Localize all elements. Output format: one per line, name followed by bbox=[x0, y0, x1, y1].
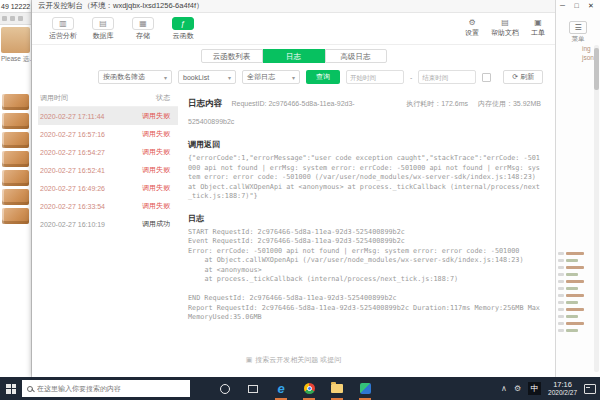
duration-value: 执行耗时：172.6ms bbox=[406, 100, 468, 107]
book-list bbox=[0, 94, 31, 224]
book-thumbnail[interactable] bbox=[2, 189, 29, 205]
help-docs-button[interactable]: ▤ 帮助文档 bbox=[491, 19, 519, 38]
ticket-icon: ▣ bbox=[531, 19, 545, 27]
tab-advanced-logs[interactable]: 高级日志 bbox=[325, 49, 387, 63]
function-filter-dropdown[interactable]: 按函数名筛选 ▾ bbox=[98, 70, 172, 84]
log-content-area: 调用时间 状态 2020-02-27 17:11:44 调用失败 2020-02… bbox=[32, 88, 555, 342]
settings-button[interactable]: ⚙ 设置 bbox=[465, 19, 479, 38]
toolbar-dot-icon bbox=[2, 16, 7, 21]
nav-analytics-button[interactable]: ▥ 运营分析 bbox=[46, 17, 80, 41]
memory-value: 内存使用：35.92MB bbox=[478, 100, 541, 107]
log-row[interactable]: 2020-02-27 16:49:26 调用失败 bbox=[38, 179, 178, 197]
simulator-window: 49 12222 - 日 Please 选… bbox=[0, 0, 32, 377]
book-thumbnail[interactable] bbox=[2, 94, 29, 110]
status-badge: 调用失败 bbox=[142, 183, 170, 193]
code-line bbox=[558, 278, 594, 285]
status-badge: 调用失败 bbox=[142, 201, 170, 211]
database-icon: ▤ bbox=[92, 17, 114, 30]
community-icon: ▣ bbox=[246, 356, 253, 364]
log-row[interactable]: 2020-02-27 16:10:19 调用成功 bbox=[38, 215, 178, 233]
code-line bbox=[558, 299, 594, 306]
book-thumbnail[interactable] bbox=[2, 132, 29, 148]
nav-storage-button[interactable]: ▦ 存储 bbox=[126, 17, 160, 41]
code-editor-lines bbox=[558, 250, 594, 334]
log-row[interactable]: 2020-02-27 16:54:27 调用失败 bbox=[38, 143, 178, 161]
taskbar-clock[interactable]: 17:16 2020/2/27 bbox=[548, 381, 577, 397]
scrollbar-thumb[interactable] bbox=[594, 48, 599, 90]
query-button[interactable]: 查询 bbox=[306, 70, 340, 84]
simulator-title: 49 12222 - 日 bbox=[0, 0, 31, 12]
log-type-dropdown[interactable]: 全部日志 ▾ bbox=[242, 70, 300, 84]
ime-indicator[interactable]: 中 bbox=[528, 382, 541, 395]
file-explorer-button[interactable] bbox=[330, 377, 344, 400]
edge-button[interactable]: e bbox=[274, 377, 288, 400]
function-name-dropdown[interactable]: bookList ▾ bbox=[178, 70, 236, 84]
execution-metrics: 执行耗时：172.6ms 内存使用：35.92MB bbox=[398, 99, 541, 109]
console-toolbar: ▥ 运营分析 ▤ 数据库 ▦ 存储 ƒ 云函数 ⚙ bbox=[32, 13, 555, 45]
log-row[interactable]: 2020-02-27 16:57:16 调用失败 bbox=[38, 125, 178, 143]
book-thumbnail[interactable] bbox=[2, 208, 29, 224]
tab-function-list[interactable]: 云函数列表 bbox=[201, 49, 263, 63]
clock-time: 17:16 bbox=[548, 381, 577, 389]
start-button[interactable] bbox=[0, 377, 22, 400]
log-row[interactable]: 2020-02-27 17:11:44 调用失败 bbox=[38, 107, 178, 125]
taskbar-search-input[interactable]: 在这里输入你要搜索的内容 bbox=[22, 380, 190, 397]
code-line bbox=[558, 292, 594, 299]
log-list-header: 调用时间 状态 bbox=[38, 90, 178, 107]
action-center-icon[interactable] bbox=[584, 384, 596, 394]
console-footer: ▣搜索云开发相关问题 或提问 bbox=[32, 355, 555, 365]
book-thumbnail[interactable] bbox=[2, 151, 29, 167]
footer-link[interactable]: 搜索云开发相关问题 或提问 bbox=[255, 356, 341, 363]
toolbar-dot-icon bbox=[10, 16, 15, 21]
system-tray: ∧ ⚙ 中 17:16 2020/2/27 bbox=[501, 377, 596, 400]
devtools-button[interactable] bbox=[358, 377, 372, 400]
hidden-icons-chevron[interactable]: ∧ bbox=[501, 384, 507, 393]
status-badge: 调用失败 bbox=[142, 165, 170, 175]
nav-database-button[interactable]: ▤ 数据库 bbox=[86, 17, 120, 41]
book-thumbnail[interactable] bbox=[2, 113, 29, 129]
code-line bbox=[558, 257, 594, 264]
chevron-down-icon: ▾ bbox=[228, 74, 231, 81]
cortana-button[interactable] bbox=[218, 377, 232, 400]
log-view-tabs: 云函数列表 日志 高级日志 bbox=[32, 45, 555, 67]
detail-title: 日志内容 bbox=[188, 98, 222, 108]
minimize-icon[interactable]: ─ bbox=[560, 2, 565, 13]
edge-icon: e bbox=[277, 382, 284, 395]
search-icon bbox=[27, 386, 33, 392]
book-banner-image bbox=[1, 27, 30, 53]
storage-icon: ▦ bbox=[132, 17, 154, 30]
nav-cloud-function-button[interactable]: ƒ 云函数 bbox=[166, 17, 200, 41]
code-line bbox=[558, 285, 594, 292]
ticket-button[interactable]: ▣ 工单 bbox=[531, 19, 545, 38]
scrollbar-track[interactable] bbox=[594, 45, 599, 372]
status-badge: 调用失败 bbox=[142, 129, 170, 139]
gear-icon: ⚙ bbox=[465, 19, 479, 27]
refresh-button[interactable]: ⟳ 刷新 bbox=[503, 70, 543, 84]
cloudbase-console-window: 云开发控制台（环境：wxdjqbx-lxsd1256-6a4f4f） ▥ 运营分… bbox=[32, 0, 555, 377]
editor-window: ─ □ ✕ ☰ 菜单 ing json bbox=[555, 0, 600, 377]
console-window-title: 云开发控制台（环境：wxdjqbx-lxsd1256-6a4f4f） bbox=[38, 1, 203, 11]
log-detail-header: 日志内容 RequestID: 2c976466-5d8a-11ea-92d3-… bbox=[188, 92, 541, 128]
tab-logs[interactable]: 日志 bbox=[263, 49, 325, 63]
task-view-button[interactable] bbox=[246, 377, 260, 400]
chevron-down-icon: ▾ bbox=[292, 74, 295, 81]
code-line bbox=[558, 271, 594, 278]
calendar-icon[interactable] bbox=[482, 73, 491, 82]
chrome-button[interactable] bbox=[302, 377, 316, 400]
hamburger-menu-icon[interactable]: ☰ bbox=[569, 21, 587, 34]
log-row[interactable]: 2020-02-27 16:52:41 调用失败 bbox=[38, 161, 178, 179]
end-time-input[interactable] bbox=[418, 70, 476, 84]
book-thumbnail[interactable] bbox=[2, 170, 29, 186]
tray-settings-icon[interactable]: ⚙ bbox=[514, 384, 521, 393]
chevron-down-icon: ▾ bbox=[164, 74, 167, 81]
log-row[interactable]: 2020-02-27 16:33:54 调用失败 bbox=[38, 197, 178, 215]
close-icon[interactable]: ✕ bbox=[588, 2, 594, 13]
code-line bbox=[558, 264, 594, 271]
start-time-input[interactable] bbox=[346, 70, 404, 84]
windows-logo-icon bbox=[6, 384, 16, 394]
console-title-bar: 云开发控制台（环境：wxdjqbx-lxsd1256-6a4f4f） bbox=[32, 0, 555, 13]
code-line bbox=[558, 327, 594, 334]
cloud-function-icon: ƒ bbox=[172, 17, 194, 30]
desktop: 49 12222 - 日 Please 选… 云开发控制台（环境：wxdjqbx… bbox=[0, 0, 600, 400]
maximize-icon[interactable]: □ bbox=[574, 2, 578, 13]
